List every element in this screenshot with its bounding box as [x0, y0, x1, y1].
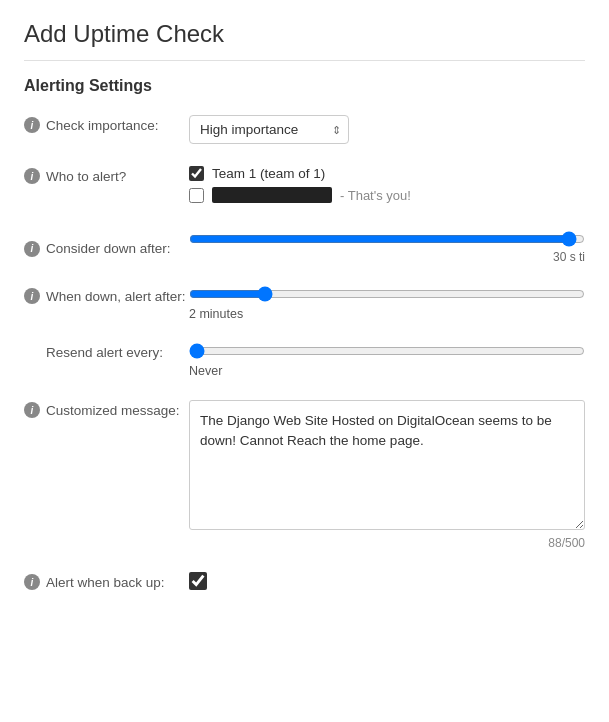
resend-alert-value: Never [189, 364, 585, 378]
consider-down-control: 30 s ti [189, 231, 585, 264]
alert-when-back-up-row: i Alert when back up: [24, 572, 585, 593]
consider-down-value: 30 s ti [189, 250, 585, 264]
who-to-alert-info-icon[interactable]: i [24, 168, 40, 184]
when-down-alert-slider[interactable] [189, 286, 585, 302]
team-label: Team 1 (team of 1) [212, 166, 325, 181]
who-to-alert-row: i Who to alert? Team 1 (team of 1) - Tha… [24, 166, 585, 209]
consider-down-info-icon[interactable]: i [24, 241, 40, 257]
when-down-alert-control: 2 minutes [189, 286, 585, 321]
check-importance-info-icon[interactable]: i [24, 117, 40, 133]
team-checkbox-row: Team 1 (team of 1) [189, 166, 585, 181]
alert-when-back-up-label: i Alert when back up: [24, 572, 189, 590]
consider-down-after-row: i Consider down after: 30 s ti [24, 231, 585, 264]
redacted-person-name [212, 187, 332, 203]
alert-when-back-up-control [189, 572, 585, 593]
customized-message-textarea[interactable]: The Django Web Site Hosted on <a class="… [189, 400, 585, 530]
consider-down-label: i Consider down after: [24, 239, 189, 257]
check-importance-control: Low importance Medium importance High im… [189, 115, 585, 144]
team-checkbox[interactable] [189, 166, 204, 181]
customized-message-control: The Django Web Site Hosted on <a class="… [189, 400, 585, 550]
resend-alert-row: Resend alert every: Never [24, 343, 585, 378]
customized-message-row: i Customized message: The Django Web Sit… [24, 400, 585, 550]
person-checkbox[interactable] [189, 188, 204, 203]
char-count: 88/500 [189, 536, 585, 550]
check-importance-row: i Check importance: Low importance Mediu… [24, 115, 585, 144]
importance-select[interactable]: Low importance Medium importance High im… [189, 115, 349, 144]
you-label: - That's you! [340, 188, 411, 203]
consider-down-slider[interactable] [189, 231, 585, 247]
who-to-alert-control: Team 1 (team of 1) - That's you! [189, 166, 585, 209]
alert-when-back-up-info-icon[interactable]: i [24, 574, 40, 590]
person-checkbox-row: - That's you! [189, 187, 585, 203]
when-down-alert-value: 2 minutes [189, 307, 585, 321]
page-title: Add Uptime Check [24, 20, 585, 61]
resend-alert-label: Resend alert every: [24, 343, 189, 360]
alert-when-back-up-checkbox[interactable] [189, 572, 207, 590]
importance-select-wrapper: Low importance Medium importance High im… [189, 115, 349, 144]
section-title: Alerting Settings [24, 77, 585, 95]
check-importance-label: i Check importance: [24, 115, 189, 133]
customized-message-info-icon[interactable]: i [24, 402, 40, 418]
when-down-alert-info-icon[interactable]: i [24, 288, 40, 304]
resend-alert-slider[interactable] [189, 343, 585, 359]
when-down-alert-label: i When down, alert after: [24, 286, 189, 304]
customized-message-label: i Customized message: [24, 400, 189, 418]
resend-alert-control: Never [189, 343, 585, 378]
when-down-alert-row: i When down, alert after: 2 minutes [24, 286, 585, 321]
who-to-alert-label: i Who to alert? [24, 166, 189, 184]
